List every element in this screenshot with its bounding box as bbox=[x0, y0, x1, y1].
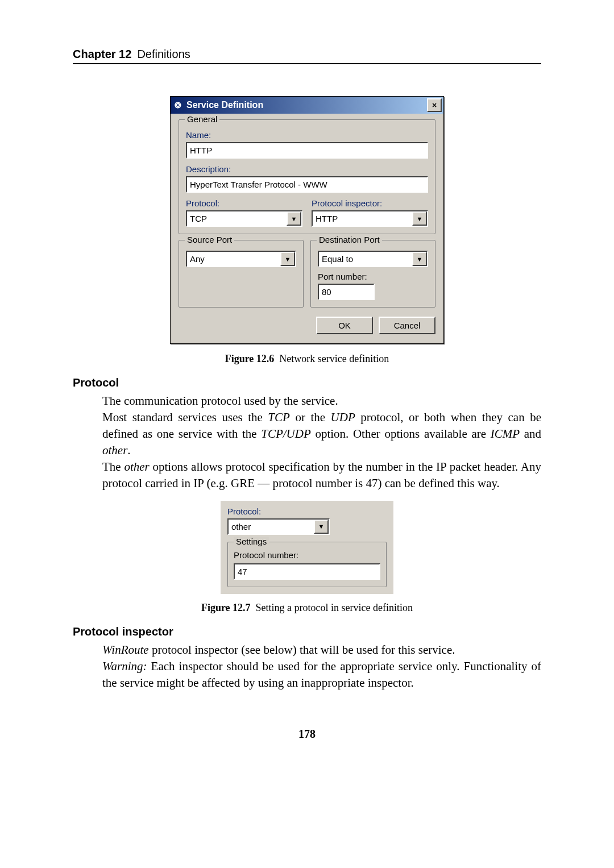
destination-port-combo[interactable]: Equal to ▼ bbox=[318, 251, 428, 267]
figure-12-7-caption: Figure 12.7 Setting a protocol in servic… bbox=[73, 602, 541, 614]
protocol-heading: Protocol bbox=[73, 376, 541, 389]
service-definition-dialog: ❂ Service Definition × General Name: Des… bbox=[170, 96, 444, 344]
destination-port-legend: Destination Port bbox=[317, 235, 382, 244]
source-port-group: Source Port Any ▼ bbox=[179, 240, 304, 308]
ok-button[interactable]: OK bbox=[316, 317, 373, 334]
description-label: Description: bbox=[186, 164, 428, 174]
protocol-combo[interactable]: TCP ▼ bbox=[186, 210, 302, 227]
port-number-input[interactable] bbox=[318, 284, 375, 300]
inspector-p1: WinRoute protocol inspector (see below) … bbox=[102, 642, 541, 658]
chapter-title: Definitions bbox=[137, 48, 190, 61]
protocol-p1: The communication protocol used by the s… bbox=[102, 393, 541, 409]
protocol2-combo[interactable]: other ▼ bbox=[227, 518, 330, 535]
inspector-combo[interactable]: HTTP ▼ bbox=[312, 210, 428, 227]
general-legend: General bbox=[185, 114, 219, 124]
source-port-combo[interactable]: Any ▼ bbox=[186, 251, 296, 267]
figure-12-7-label: Figure 12.7 bbox=[201, 602, 251, 613]
figure-12-7-text: Setting a protocol in service definition bbox=[256, 602, 413, 613]
chevron-down-icon[interactable]: ▼ bbox=[280, 252, 295, 266]
dialog-icon: ❂ bbox=[173, 100, 183, 110]
chevron-down-icon[interactable]: ▼ bbox=[314, 520, 329, 534]
inspector-label: Protocol inspector: bbox=[312, 198, 428, 208]
chevron-down-icon[interactable]: ▼ bbox=[287, 211, 301, 226]
protocol-settings-snippet: Protocol: other ▼ Settings Protocol numb… bbox=[221, 501, 393, 594]
settings-legend: Settings bbox=[234, 537, 269, 546]
page: Chapter 12 Definitions ❂ Service Definit… bbox=[0, 0, 614, 775]
dialog-titlebar: ❂ Service Definition × bbox=[171, 97, 443, 114]
name-input[interactable] bbox=[186, 142, 428, 159]
source-port-value: Any bbox=[187, 252, 280, 266]
inspector-p2: Warning: Each inspector should be used f… bbox=[102, 658, 541, 691]
inspector-heading: Protocol inspector bbox=[73, 625, 541, 638]
figure-12-6-caption: Figure 12.6 Network service definition bbox=[73, 353, 541, 365]
destination-port-value: Equal to bbox=[319, 252, 412, 266]
figure-12-6-label: Figure 12.6 bbox=[225, 353, 275, 364]
destination-port-group: Destination Port Equal to ▼ Port number: bbox=[310, 240, 435, 308]
chevron-down-icon[interactable]: ▼ bbox=[412, 252, 427, 266]
description-input[interactable] bbox=[186, 176, 428, 193]
chevron-down-icon[interactable]: ▼ bbox=[412, 211, 427, 226]
source-port-legend: Source Port bbox=[185, 235, 234, 244]
settings-group: Settings Protocol number: bbox=[227, 542, 387, 587]
dialog-title: Service Definition bbox=[186, 100, 263, 110]
chapter-label: Chapter 12 bbox=[73, 48, 131, 61]
page-header: Chapter 12 Definitions bbox=[73, 48, 541, 64]
inspector-combo-value: HTTP bbox=[313, 211, 412, 226]
protocol2-label: Protocol: bbox=[227, 506, 261, 516]
protocol-number-input[interactable] bbox=[234, 563, 380, 580]
port-number-label: Port number: bbox=[318, 272, 367, 281]
name-label: Name: bbox=[186, 130, 428, 140]
protocol-combo-value: TCP bbox=[187, 211, 287, 226]
protocol-number-label: Protocol number: bbox=[234, 550, 298, 560]
protocol2-value: other bbox=[229, 520, 314, 534]
page-number: 178 bbox=[73, 728, 541, 741]
close-icon[interactable]: × bbox=[427, 98, 442, 112]
figure-12-6-text: Network service definition bbox=[279, 353, 389, 364]
protocol-p2: Most standard services uses the TCP or t… bbox=[102, 409, 541, 459]
general-group: General Name: Description: Protocol: TCP… bbox=[179, 119, 435, 234]
protocol-p3: The other options allows protocol specif… bbox=[102, 459, 541, 492]
cancel-button[interactable]: Cancel bbox=[379, 317, 435, 334]
protocol-label: Protocol: bbox=[186, 198, 302, 208]
